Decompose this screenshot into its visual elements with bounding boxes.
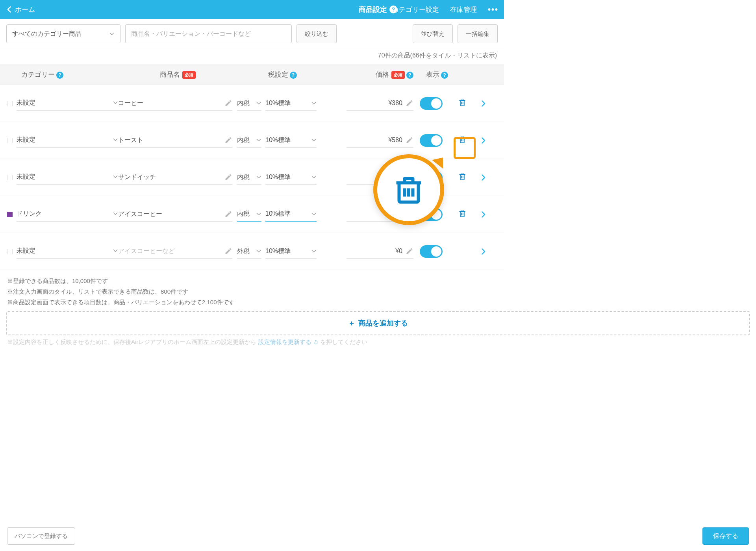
sort-button[interactable]: 並び替え [413, 24, 453, 43]
plus-icon: ＋ [348, 318, 355, 328]
pencil-icon [224, 173, 232, 181]
narrow-button[interactable]: 絞り込む [296, 24, 337, 43]
pencil-icon [224, 210, 232, 218]
category-select[interactable]: 未設定 [17, 133, 118, 148]
pencil-icon [224, 136, 232, 144]
chevron-down-icon [113, 174, 118, 179]
chevron-down-icon [256, 174, 261, 180]
tax-rate-select[interactable]: 10%標準 [265, 170, 317, 185]
col-name: 商品名 [160, 71, 180, 78]
pencil-icon [406, 247, 413, 255]
chevron-down-icon [256, 137, 261, 143]
nav-category-settings[interactable]: カテゴリー設定 [392, 5, 439, 14]
category-select[interactable]: 未設定 [17, 170, 118, 185]
chevron-down-icon [256, 211, 261, 217]
table-row: 未設定コーヒー内税10%標準¥380 [0, 85, 504, 122]
tax-type-select[interactable]: 外税 [237, 244, 261, 259]
chevron-down-icon [311, 211, 317, 217]
chevron-down-icon [109, 31, 115, 37]
add-product-button[interactable]: ＋ 商品を追加する [6, 311, 504, 335]
product-name-input[interactable]: サンドイッチ [118, 170, 232, 185]
tax-rate-select[interactable]: 10%標準 [265, 96, 317, 111]
callout-bubble [373, 154, 444, 225]
note-line: ※注文入力画面のタイル、リストで表示できる商品数は、800件です [7, 286, 497, 297]
tax-type-select[interactable]: 内税 [237, 207, 261, 222]
pencil-icon [406, 99, 413, 107]
delete-button[interactable] [458, 210, 466, 219]
more-menu[interactable]: ••• [488, 5, 498, 14]
price-input[interactable]: ¥0 [346, 244, 413, 259]
pencil-icon [224, 99, 232, 107]
help-icon[interactable]: ? [56, 72, 63, 79]
update-note: ※設定内容を正しく反映させるために、保存後Airレジアプリのホーム画面左上の設定… [7, 338, 367, 346]
back-button[interactable]: ホーム [6, 5, 35, 14]
footer-notes: ※登録できる商品数は、10,000件です※注文入力画面のタイル、リストで表示でき… [0, 270, 504, 309]
chevron-down-icon [113, 137, 118, 142]
tax-type-select[interactable]: 内税 [237, 170, 261, 185]
category-swatch [7, 175, 13, 180]
chevron-right-icon[interactable] [479, 137, 487, 144]
chevron-right-icon[interactable] [479, 211, 487, 218]
table-row: 未設定アイスコーヒーなど外税10%標準¥0 [0, 233, 504, 270]
product-name-input[interactable]: コーヒー [118, 96, 232, 111]
category-select[interactable]: ドリンク [17, 207, 118, 222]
chevron-down-icon [311, 137, 317, 143]
chevron-down-icon [113, 211, 118, 216]
tax-rate-select[interactable]: 10%標準 [265, 244, 317, 259]
bulk-edit-button[interactable]: 一括編集 [458, 24, 498, 43]
category-swatch [7, 249, 13, 254]
category-swatch [7, 101, 13, 106]
tax-type-select[interactable]: 内税 [237, 133, 261, 148]
chevron-down-icon [256, 248, 261, 254]
chevron-right-icon[interactable] [479, 248, 487, 255]
col-category: カテゴリー [21, 71, 55, 78]
col-display: 表示 [426, 71, 439, 78]
help-icon[interactable]: ? [290, 72, 297, 79]
result-count: 70件の商品(66件をタイル・リストに表示) [0, 49, 504, 64]
chevron-down-icon [311, 248, 317, 254]
category-swatch [7, 138, 13, 143]
tax-rate-select[interactable]: 10%標準 [265, 207, 317, 222]
search-placeholder: 商品名・バリエーション・バーコードなど [131, 30, 251, 38]
product-name-input[interactable]: アイスコーヒーなど [118, 244, 232, 259]
col-price: 価格 [376, 71, 389, 78]
pencil-icon [406, 136, 413, 144]
search-input[interactable]: 商品名・バリエーション・バーコードなど [125, 24, 292, 43]
display-toggle[interactable] [420, 134, 443, 147]
category-swatch [7, 212, 13, 217]
price-input[interactable]: ¥380 [346, 96, 413, 111]
category-filter-value: すべてのカテゴリー商品 [12, 30, 82, 38]
tax-type-select[interactable]: 内税 [237, 96, 261, 111]
product-name-input[interactable]: アイスコーヒー [118, 207, 232, 222]
delete-button[interactable] [458, 99, 466, 108]
add-product-label: 商品を追加する [358, 318, 408, 328]
help-icon[interactable]: ? [441, 72, 448, 79]
category-select[interactable]: 未設定 [17, 96, 118, 111]
display-toggle[interactable] [420, 245, 443, 258]
filter-bar: すべてのカテゴリー商品 商品名・バリエーション・バーコードなど 絞り込む 並び替… [0, 19, 504, 49]
back-label: ホーム [15, 5, 35, 14]
chevron-right-icon[interactable] [479, 100, 487, 107]
product-name-input[interactable]: トースト [118, 133, 232, 148]
category-filter-dropdown[interactable]: すべてのカテゴリー商品 [6, 24, 120, 43]
nav-inventory[interactable]: 在庫管理 [450, 5, 477, 14]
help-icon[interactable]: ? [406, 72, 413, 79]
tax-rate-select[interactable]: 10%標準 [265, 133, 317, 148]
refresh-icon [313, 340, 319, 345]
chevron-left-icon [6, 6, 13, 13]
chevron-down-icon [311, 174, 317, 180]
pencil-icon [224, 247, 232, 255]
price-input[interactable]: ¥580 [346, 133, 413, 148]
required-badge: 必須 [391, 71, 405, 79]
chevron-down-icon [113, 248, 118, 253]
display-toggle[interactable] [420, 97, 443, 110]
trash-icon [392, 173, 425, 206]
col-tax: 税設定 [268, 71, 288, 78]
delete-button[interactable] [458, 173, 466, 182]
required-badge: 必須 [182, 71, 196, 79]
delete-button[interactable] [458, 136, 466, 145]
update-link[interactable]: 設定情報を更新する [258, 338, 311, 345]
table-header: カテゴリー? 商品名必須 税設定? 価格必須? 表示? [0, 64, 504, 85]
category-select[interactable]: 未設定 [17, 244, 118, 259]
chevron-right-icon[interactable] [479, 174, 487, 181]
